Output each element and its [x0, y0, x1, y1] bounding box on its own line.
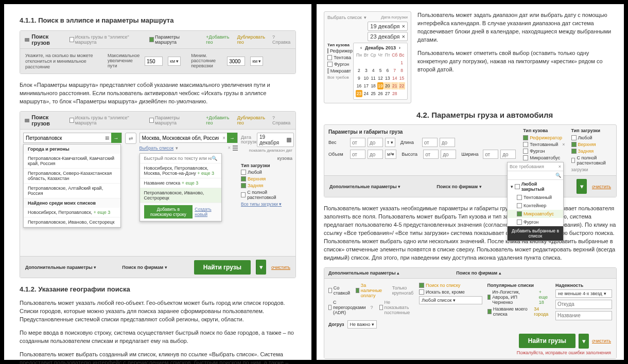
- cb-rate[interactable]: Со ставкой: [334, 285, 350, 296]
- from-go-btn[interactable]: →: [111, 133, 121, 143]
- dd-item[interactable]: Петропавловск-Камчатский, Камчатский кра…: [24, 154, 120, 169]
- cb[interactable]: Рефрижер: [330, 48, 353, 53]
- cb-noshow[interactable]: Не показывать постоянные: [385, 300, 414, 315]
- cb[interactable]: Фургон: [334, 62, 349, 67]
- cb-tent[interactable]: Тентованный: [530, 142, 558, 147]
- title-input[interactable]: [555, 311, 612, 320]
- tree-item[interactable]: Фургон: [508, 218, 563, 226]
- vol-to[interactable]: [368, 150, 383, 159]
- close-icon[interactable]: ×: [228, 145, 231, 151]
- weight-to[interactable]: [368, 138, 383, 147]
- add-to-search-btn[interactable]: Добавить в поисковую строку: [144, 205, 193, 219]
- find-cargo-dd[interactable]: ▾: [579, 334, 589, 349]
- create-new-link[interactable]: Создать новый: [195, 207, 217, 217]
- cb-bylist[interactable]: Поиск по списку: [426, 283, 460, 288]
- add-geo-link[interactable]: +Добавить гео: [206, 34, 233, 45]
- list-icon[interactable]: [233, 145, 238, 151]
- cb-any[interactable]: Любой: [578, 135, 592, 140]
- cb[interactable]: Микроавт: [330, 68, 351, 74]
- dd-search[interactable]: 🔍: [140, 154, 221, 163]
- extra-hdr[interactable]: Дополнительные параметры ▴: [328, 270, 399, 276]
- tab-ellipse-2[interactable]: Искать грузы в "эллипсе" маршрута: [67, 115, 143, 126]
- cb-side[interactable]: Задняя: [248, 183, 263, 188]
- date2[interactable]: 23 декабря×: [368, 32, 408, 41]
- cb-refr[interactable]: Рефрижератор: [530, 135, 562, 140]
- search-by-firm[interactable]: Поиск по фирмам ▾: [122, 265, 167, 270]
- tab-ellipse[interactable]: Искать грузы в "эллипсе" маршрута: [67, 34, 143, 45]
- cb[interactable]: Тентова: [334, 55, 351, 60]
- next-month[interactable]: ›: [399, 45, 400, 50]
- h-from[interactable]: [423, 150, 439, 159]
- cb-full[interactable]: С полной растентовкой: [577, 155, 613, 166]
- len-from[interactable]: [422, 138, 438, 147]
- date-input[interactable]: 19 декабря: [257, 133, 294, 147]
- all-types-link[interactable]: Все типы загрузки ▾: [241, 202, 292, 207]
- cb-adr[interactable]: С перегородками (ADR): [333, 300, 365, 315]
- find-cargo-dd[interactable]: ▾: [256, 260, 266, 275]
- all-load-link[interactable]: загрузки: [571, 167, 613, 172]
- req-search-input[interactable]: 🔍: [508, 171, 563, 180]
- add-geo-2[interactable]: +Добавить гео: [206, 115, 233, 125]
- add-selected-btn[interactable]: Добавить выбранные в список: [508, 226, 563, 241]
- unit-km-2[interactable]: км ▾: [250, 57, 263, 66]
- tree-item-sel[interactable]: Микроавтобус: [508, 210, 563, 218]
- close-icon[interactable]: ×: [559, 164, 561, 169]
- from-search[interactable]: ▦ →: [23, 133, 122, 143]
- cb-oversize[interactable]: Только крупногаб: [392, 285, 414, 296]
- wherefrom-input[interactable]: [555, 300, 612, 309]
- dd-item[interactable]: Петропавловское, Иваново, Сестрорецк: [24, 217, 120, 227]
- dd-item[interactable]: Новосибирск, Петропавловск, Москва, Рост…: [140, 163, 221, 178]
- reliability-select[interactable]: не меньше 4-х звезд ▾: [555, 289, 612, 298]
- tree-item[interactable]: Контейнер: [508, 202, 563, 210]
- h-to[interactable]: [441, 150, 456, 159]
- tab-route-2[interactable]: Параметры маршрута: [147, 115, 198, 126]
- dd-item[interactable]: Петропавловск, Северо-Казахстанская обла…: [24, 169, 120, 184]
- pop2[interactable]: Название моего списка: [493, 306, 532, 317]
- find-cargo-button[interactable]: Найти грузы: [519, 334, 575, 348]
- cb-full[interactable]: С полной растентовкой: [247, 190, 292, 200]
- search-by-firm[interactable]: Поиск по фирмам ▾: [437, 184, 481, 189]
- calendar[interactable]: ‹ Декабрь 2013 › ПнВтСрЧтПтСбВс 1 234567…: [353, 43, 408, 100]
- cb-back[interactable]: Задняя: [578, 149, 594, 154]
- date1[interactable]: 19 декабря×: [368, 22, 408, 31]
- extra-params[interactable]: Дополнительные параметры ▾: [329, 184, 400, 189]
- cb-top[interactable]: Верхняя: [578, 142, 596, 147]
- cb-any[interactable]: Любой: [248, 170, 262, 175]
- anylist-select[interactable]: Любой список ▾: [419, 296, 482, 304]
- to-search[interactable]: × →: [139, 133, 238, 143]
- byfirm-hdr[interactable]: Поиск по фирмам ▴: [456, 270, 501, 276]
- len-to[interactable]: [440, 138, 455, 147]
- min-dist-input[interactable]: [227, 57, 245, 66]
- pick-list-link[interactable]: Выбрать список: [139, 145, 174, 151]
- cb-back[interactable]: Верхняя: [248, 176, 266, 181]
- dd-item[interactable]: Петропавловское, Алтайский край, Россия: [24, 184, 120, 198]
- to-input[interactable]: [140, 135, 221, 141]
- max-path-input[interactable]: [145, 57, 163, 66]
- help-2[interactable]: ? Справка: [272, 115, 291, 125]
- tree-group[interactable]: ▾ Любой закрытый: [508, 180, 563, 193]
- prev-month[interactable]: ‹: [360, 45, 362, 50]
- list-dd-icon[interactable]: ▦: [103, 135, 111, 140]
- help-link[interactable]: ? Справка: [272, 34, 291, 45]
- tree-item[interactable]: Тентованный: [508, 193, 563, 202]
- w-from[interactable]: [483, 150, 498, 159]
- to-go-btn[interactable]: →: [227, 133, 237, 143]
- clear[interactable]: очистить: [592, 184, 611, 189]
- dd-item[interactable]: Название списка + еще 3: [140, 178, 221, 188]
- vol-from[interactable]: [350, 150, 365, 159]
- date-range-link[interactable]: показать диапазон дат: [241, 148, 292, 153]
- close-icon[interactable]: ×: [221, 135, 227, 141]
- dup-geo-link[interactable]: Дублировать гео: [237, 34, 268, 45]
- dozagruz-select[interactable]: Не важно ▾: [347, 320, 377, 329]
- cb-cash[interactable]: За наличные оплату: [361, 283, 387, 298]
- clear-link[interactable]: очистить: [271, 265, 290, 270]
- unit-km[interactable]: км ▾: [168, 57, 181, 66]
- clear-link[interactable]: очистить: [592, 338, 611, 343]
- cb-micro[interactable]: Микроавтобус: [530, 155, 560, 160]
- close-icon[interactable]: ×: [402, 23, 405, 29]
- tab-route[interactable]: Параметры маршрута: [147, 34, 198, 45]
- swap-button[interactable]: ⇄: [125, 133, 136, 144]
- dd-item[interactable]: Новосибирск, Петропавловск, + еще 3: [24, 208, 120, 217]
- close-icon[interactable]: ×: [402, 33, 405, 40]
- dup-geo-2[interactable]: Дублировать гео: [237, 115, 268, 125]
